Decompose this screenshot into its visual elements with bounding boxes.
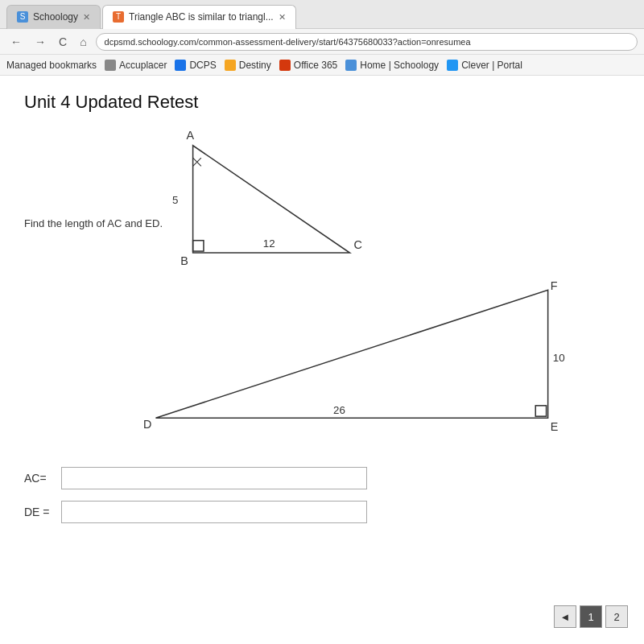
forward-button[interactable]: → (31, 34, 50, 50)
address-bar[interactable] (96, 33, 638, 51)
dcps-label: DCPS (189, 60, 216, 71)
ac-label: AC= (24, 472, 56, 485)
prev-page-button[interactable]: ◄ (554, 605, 576, 628)
question-area: Find the length of AC and ED. A B C 5 12 (24, 121, 620, 459)
content-area: Unit 4 Updated Retest Find the length of… (0, 76, 644, 644)
next-page-button[interactable]: 2 (605, 605, 628, 628)
tab-bar: S Schoology ✕ T Triangle ABC is similar … (6, 0, 296, 29)
geometry-diagram: A B C 5 12 D E F 26 10 (105, 121, 628, 443)
current-page-button[interactable]: 1 (580, 605, 602, 628)
home-button[interactable]: ⌂ (76, 34, 90, 50)
bookmark-accuplacer[interactable]: Accuplacer (105, 60, 167, 71)
accuplacer-icon (105, 60, 116, 71)
tab-schoology[interactable]: S Schoology ✕ (6, 5, 101, 29)
svg-text:10: 10 (553, 352, 565, 364)
svg-text:12: 12 (263, 237, 275, 250)
destiny-label: Destiny (239, 60, 271, 71)
triangle-tab-icon: T (113, 11, 124, 23)
svg-text:A: A (186, 129, 194, 142)
bookmark-managed[interactable]: Managed bookmarks (6, 60, 97, 71)
svg-marker-9 (155, 290, 547, 418)
bookmark-destiny[interactable]: Destiny (225, 60, 271, 71)
bookmark-office365[interactable]: Office 365 (279, 60, 337, 71)
svg-text:F: F (551, 279, 558, 292)
home-schoology-icon (345, 60, 357, 71)
destiny-icon (225, 60, 236, 71)
de-label: DE = (24, 506, 56, 518)
browser-tab-bar: S Schoology ✕ T Triangle ABC is similar … (0, 0, 644, 29)
tab-triangle-label: Triangle ABC is similar to triangl... (129, 11, 274, 23)
svg-text:C: C (354, 238, 362, 251)
nav-bar: ← → C ⌂ (0, 29, 644, 55)
dcps-icon (175, 60, 186, 71)
accuplacer-label: Accuplacer (119, 60, 167, 71)
de-input[interactable] (61, 501, 367, 523)
home-schoology-label: Home | Schoology (360, 60, 439, 71)
svg-rect-10 (535, 406, 546, 416)
page-title: Unit 4 Updated Retest (24, 92, 620, 113)
bookmark-home-schoology[interactable]: Home | Schoology (345, 60, 439, 71)
de-input-row: DE = (24, 501, 620, 523)
svg-text:E: E (551, 420, 559, 433)
svg-text:D: D (143, 418, 151, 431)
managed-bookmarks-label: Managed bookmarks (6, 60, 97, 71)
office365-label: Office 365 (294, 60, 337, 71)
clever-label: Clever | Portal (461, 60, 522, 71)
input-section: AC= DE = (24, 467, 620, 523)
bookmark-clever[interactable]: Clever | Portal (447, 60, 522, 71)
bookmark-dcps[interactable]: DCPS (175, 60, 216, 71)
svg-text:5: 5 (172, 194, 178, 206)
svg-rect-1 (193, 241, 204, 251)
office365-icon (279, 60, 291, 71)
back-button[interactable]: ← (6, 34, 26, 50)
tab-schoology-label: Schoology (33, 11, 78, 23)
refresh-button[interactable]: C (55, 34, 71, 50)
clever-icon (447, 60, 458, 71)
ac-input[interactable] (61, 467, 367, 489)
svg-text:B: B (180, 254, 188, 267)
tab-triangle[interactable]: T Triangle ABC is similar to triangl... … (102, 5, 296, 29)
schoology-tab-icon: S (17, 11, 28, 23)
pagination: ◄ 1 2 (554, 605, 628, 628)
bookmarks-bar: Managed bookmarks Accuplacer DCPS Destin… (0, 55, 644, 76)
tab-close-triangle[interactable]: ✕ (279, 12, 286, 23)
svg-text:26: 26 (333, 404, 345, 416)
tab-close-schoology[interactable]: ✕ (83, 12, 90, 23)
ac-input-row: AC= (24, 467, 620, 489)
